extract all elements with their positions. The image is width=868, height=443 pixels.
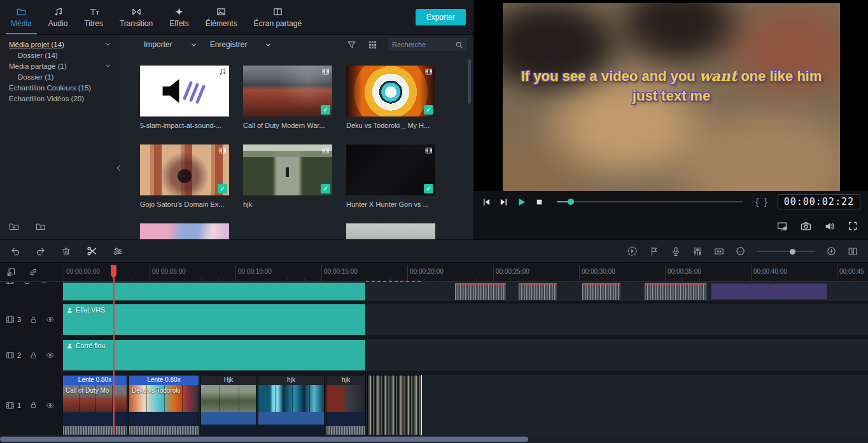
video-clip-filmstrip[interactable] [367, 375, 421, 435]
audio-clip[interactable] [645, 283, 706, 300]
tree-item-folder-1[interactable]: Dossier (1) [0, 71, 118, 82]
scrubber-knob[interactable] [568, 199, 574, 205]
video-clip-deku[interactable]: Lente 0.80x Deku vs Todoroki [129, 375, 199, 435]
lock-track-icon[interactable] [23, 282, 31, 285]
advanced-tools-icon[interactable] [113, 246, 123, 257]
media-item-deku[interactable]: ✓ Deku vs Todoroki _ My H... [346, 66, 435, 129]
zoom-out-icon[interactable] [736, 246, 745, 256]
media-library-pane: Média Audio Titres Transition Effets Élé… [0, 0, 474, 239]
media-item-partial[interactable] [140, 223, 229, 239]
track-header-3[interactable]: 3 [0, 304, 62, 335]
stop-icon[interactable] [535, 197, 544, 207]
toggle-visibility-icon[interactable] [46, 401, 55, 410]
tab-effects[interactable]: Effets [161, 0, 197, 34]
video-clip-hjk-1[interactable]: Hjk [200, 375, 256, 435]
audio-mixer-icon[interactable] [692, 246, 703, 257]
previous-frame-icon[interactable] [482, 197, 491, 207]
lock-track-icon[interactable] [29, 401, 38, 409]
audio-clip[interactable] [455, 283, 506, 300]
voiceover-mic-icon[interactable] [671, 246, 681, 257]
redo-icon[interactable] [36, 246, 46, 257]
media-item-partial[interactable] [346, 223, 435, 239]
timeline-lanes[interactable]: 00:00:00:00 00:00:05:00 00:00:10:00 00:0… [62, 263, 868, 435]
preview-video-area[interactable]: If you see a video and you want one like… [474, 0, 868, 191]
track-layout-icon[interactable] [848, 246, 858, 257]
toggle-visibility-icon[interactable] [46, 315, 55, 324]
add-folder-icon[interactable] [9, 222, 19, 232]
fit-timeline-icon[interactable] [714, 246, 724, 257]
media-item-hunter[interactable]: ✓ Hunter X Hunter Gon vs ... [346, 144, 435, 208]
chevron-down-icon[interactable] [104, 41, 111, 48]
marker-flag-icon[interactable] [649, 246, 659, 257]
tree-item-project-media[interactable]: Média projet (14) [0, 39, 118, 50]
timecode-display: 00:00:02:22 [778, 194, 860, 209]
preview-scrubber[interactable] [557, 197, 743, 206]
timeline-scrollbar-thumb[interactable] [0, 437, 528, 442]
delete-icon[interactable] [61, 246, 71, 257]
audio-clip[interactable] [582, 283, 620, 300]
tab-elements[interactable]: Éléments [197, 0, 246, 34]
tab-split-screen[interactable]: Écran partagé [246, 0, 310, 34]
media-item-gojo[interactable]: ✓ Gojo Satoru's Domain Ex... [140, 144, 229, 208]
track-header-partial[interactable] [0, 282, 62, 301]
add-to-timeline-icon[interactable] [6, 267, 16, 277]
timeline-ruler[interactable]: 00:00:00:00 00:00:05:00 00:00:10:00 00:0… [62, 263, 868, 282]
link-clips-icon[interactable] [29, 267, 38, 277]
effect-clip-vhs[interactable]: Effet VHS [62, 304, 366, 335]
next-frame-icon[interactable] [499, 197, 508, 207]
volume-icon[interactable] [824, 221, 835, 232]
audio-clip[interactable] [519, 283, 557, 300]
split-scissors-icon[interactable] [87, 246, 97, 257]
search-input[interactable] [392, 41, 455, 48]
tree-item-sample-colors[interactable]: Échantillon Couleurs (15) [0, 82, 118, 93]
media-item-cod[interactable]: ✓ Call of Duty Modern War... [243, 66, 332, 129]
tab-media[interactable]: Média [3, 0, 40, 34]
title-clip[interactable] [711, 283, 827, 300]
timeline-scrollbar[interactable] [0, 435, 868, 443]
timeline-zoom-slider[interactable] [757, 248, 815, 255]
video-thumbnail: ✓ [243, 66, 332, 116]
snapshot-camera-icon[interactable] [801, 221, 811, 232]
fullscreen-icon[interactable] [848, 221, 858, 231]
tree-item-shared-media[interactable]: Média partagé (1) [0, 60, 118, 71]
toggle-visibility-icon[interactable] [39, 282, 48, 285]
tab-titles[interactable]: Titres [76, 0, 111, 34]
lock-track-icon[interactable] [29, 316, 38, 324]
grid-view-icon[interactable] [368, 40, 377, 50]
filter-icon[interactable] [347, 40, 356, 50]
search-box[interactable] [388, 38, 467, 51]
video-clip-hjk-2[interactable]: hjk [258, 375, 325, 435]
toggle-visibility-icon[interactable] [46, 351, 55, 360]
track-header-2[interactable]: 2 [0, 339, 62, 371]
export-button[interactable]: Exporter [416, 9, 466, 25]
media-item-audio[interactable]: 5-slam-impact-at-sound-... [140, 66, 229, 129]
media-grid-scrollbar[interactable] [468, 59, 471, 104]
chevron-down-icon[interactable] [104, 62, 111, 69]
delete-folder-icon[interactable] [36, 222, 46, 232]
zoom-in-icon[interactable] [827, 246, 836, 256]
media-toolbar: Importer Enregistrer [118, 35, 473, 54]
effect-clip-partial[interactable] [62, 282, 366, 301]
effect-clip-blur[interactable]: Carré flou [62, 339, 366, 371]
render-preview-icon[interactable] [627, 246, 638, 257]
media-item-hjk[interactable]: ✓ hjk [243, 144, 332, 208]
play-icon[interactable] [516, 197, 527, 207]
tab-audio[interactable]: Audio [40, 0, 76, 34]
playhead-line [113, 278, 115, 435]
record-dropdown[interactable]: Enregistrer [204, 40, 279, 49]
tree-item-folder-14[interactable]: Dossier (14) [0, 50, 118, 60]
track-header-1[interactable]: 1 [0, 375, 62, 435]
playhead[interactable] [111, 263, 113, 435]
mark-in-out-icon[interactable]: {} [755, 197, 767, 207]
display-settings-icon[interactable] [777, 221, 788, 232]
collapse-panel-icon[interactable] [115, 161, 122, 175]
lock-track-icon[interactable] [29, 351, 38, 360]
zoom-slider-knob[interactable] [790, 249, 795, 255]
video-clip-hjk-3[interactable]: hjk [326, 375, 366, 435]
film-badge-icon [218, 146, 227, 155]
import-dropdown[interactable]: Importer [137, 40, 204, 49]
undo-icon[interactable] [10, 246, 20, 257]
tree-item-sample-videos[interactable]: Échantillon Vidéos (20) [0, 93, 118, 104]
tab-transition[interactable]: Transition [111, 0, 161, 34]
video-clip-cod[interactable]: Lente 0.80x Call of Duty Mo [62, 375, 127, 435]
